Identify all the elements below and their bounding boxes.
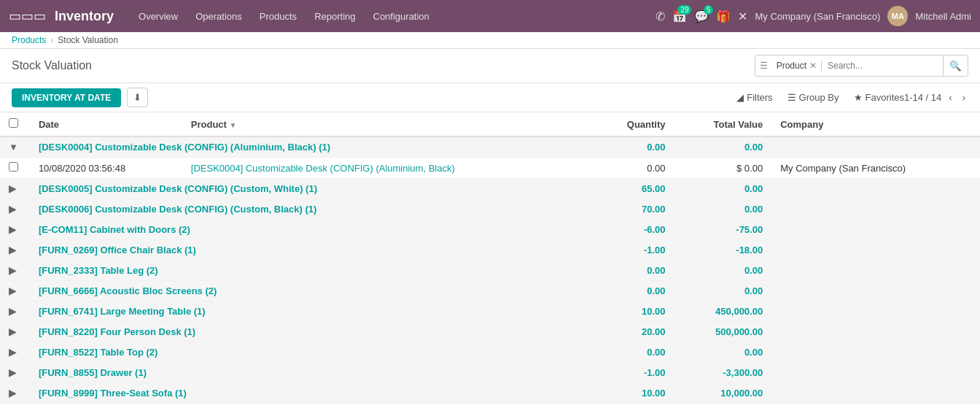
user-name: Mitchell Admi	[915, 11, 971, 22]
expand-icon[interactable]: ▶	[9, 285, 16, 296]
group-expand-cell[interactable]: ▶	[0, 363, 30, 383]
table-row: ▶ [FURN_8220] Four Person Desk (1) 20.00…	[0, 322, 980, 342]
table-row: ▶ [FURN_8999] Three-Seat Sofa (1) 10.00 …	[0, 383, 980, 404]
close-icon[interactable]: ✕	[738, 9, 747, 23]
group-total-value: 0.00	[674, 179, 772, 199]
group-label[interactable]: [FURN_0269] Office Chair Black (1)	[30, 240, 593, 261]
filters-button[interactable]: ◢ Filters	[736, 92, 772, 103]
expand-icon[interactable]: ▶	[9, 388, 16, 399]
group-total-value: 0.00	[674, 137, 772, 158]
group-expand-cell[interactable]: ▶	[0, 281, 30, 301]
search-tag: Product ✕	[772, 61, 822, 71]
group-label[interactable]: [E-COM11] Cabinet with Doors (2)	[30, 220, 593, 240]
chat-icon[interactable]: 💬 5	[694, 9, 709, 23]
company-name[interactable]: My Company (San Francisco)	[755, 11, 880, 22]
table-row: ▶ [FURN_6741] Large Meeting Table (1) 10…	[0, 301, 980, 322]
group-label[interactable]: [DESK0005] Customizable Desk (CONFIG) (C…	[30, 179, 593, 199]
group-label[interactable]: [FURN_8522] Table Top (2)	[30, 342, 593, 363]
group-company	[771, 363, 980, 383]
favorites-label: Favorites	[866, 92, 904, 103]
group-expand-cell[interactable]: ▶	[0, 199, 30, 220]
nav-operations[interactable]: Operations	[188, 8, 249, 25]
expand-icon[interactable]: ▶	[9, 245, 16, 255]
download-button[interactable]: ⬇	[127, 88, 148, 107]
group-expand-cell[interactable]: ▶	[0, 383, 30, 404]
nav-overview[interactable]: Overview	[131, 8, 185, 25]
table-row: ▶ [FURN_0269] Office Chair Black (1) -1.…	[0, 240, 980, 261]
group-label[interactable]: [DESK0004] Customizable Desk (CONFIG) (A…	[30, 137, 593, 158]
header-quantity: Quantity	[593, 112, 674, 137]
group-expand-cell[interactable]: ▶	[0, 301, 30, 322]
group-expand-cell[interactable]: ▶	[0, 261, 30, 281]
expand-icon[interactable]: ▶	[9, 204, 16, 215]
group-expand-cell[interactable]: ▶	[0, 220, 30, 240]
group-company	[771, 137, 980, 158]
search-go-button[interactable]: 🔍	[943, 55, 968, 76]
expand-icon[interactable]: ▶	[9, 306, 16, 317]
group-quantity: 70.00	[593, 199, 674, 220]
group-total-value: -75.00	[674, 220, 772, 240]
group-company	[771, 220, 980, 240]
group-total-value: -3,300.00	[674, 363, 772, 383]
pagination-count: 1-14 / 14	[904, 92, 941, 103]
group-label[interactable]: [FURN_6666] Acoustic Bloc Screens (2)	[30, 281, 593, 301]
nav-configuration[interactable]: Configuration	[366, 8, 437, 25]
phone-icon[interactable]: ✆	[656, 9, 665, 23]
apps-icon[interactable]: ▭▭▭	[9, 8, 46, 24]
group-total-value: 0.00	[674, 261, 772, 281]
group-expand-cell[interactable]: ▼	[0, 137, 30, 158]
search-tag-close[interactable]: ✕	[809, 61, 817, 71]
avatar[interactable]: MA	[887, 6, 908, 26]
group-company	[771, 199, 980, 220]
calendar-icon[interactable]: 📅 29	[672, 9, 687, 23]
nav-products[interactable]: Products	[252, 8, 304, 25]
expand-icon[interactable]: ▶	[9, 224, 16, 235]
gift-icon[interactable]: 🎁	[716, 9, 731, 23]
group-expand-cell[interactable]: ▶	[0, 240, 30, 261]
row-product[interactable]: [DESK0004] Customizable Desk (CONFIG) (A…	[182, 158, 593, 179]
group-label[interactable]: [FURN_6741] Large Meeting Table (1)	[30, 301, 593, 322]
expand-icon[interactable]: ▶	[9, 367, 16, 378]
top-nav: ▭▭▭ Inventory Overview Operations Produc…	[0, 0, 980, 32]
expand-icon[interactable]: ▶	[9, 265, 16, 276]
group-label[interactable]: [FURN_2333] Table Leg (2)	[30, 261, 593, 281]
group-expand-cell[interactable]: ▶	[0, 179, 30, 199]
table-row: ▶ [DESK0006] Customizable Desk (CONFIG) …	[0, 199, 980, 220]
group-label[interactable]: [FURN_8220] Four Person Desk (1)	[30, 322, 593, 342]
table-row: ▶ [FURN_6666] Acoustic Bloc Screens (2) …	[0, 281, 980, 301]
group-quantity: -1.00	[593, 363, 674, 383]
group-expand-cell[interactable]: ▶	[0, 342, 30, 363]
header-product[interactable]: Product ▼	[182, 112, 593, 137]
group-label[interactable]: [FURN_8855] Drawer (1)	[30, 363, 593, 383]
filters-label: Filters	[747, 92, 772, 103]
expand-icon[interactable]: ▼	[9, 142, 18, 153]
breadcrumb-parent[interactable]: Products	[12, 35, 46, 45]
expand-icon[interactable]: ▶	[9, 183, 16, 194]
pagination: 1-14 / 14 ‹ ›	[904, 91, 968, 104]
expand-icon[interactable]: ▶	[9, 347, 16, 358]
row-checkbox-cell[interactable]	[0, 158, 30, 179]
group-company	[771, 383, 980, 404]
table-container: Date Product ▼ Quantity Total Value Comp…	[0, 112, 980, 404]
sub-header-left: Stock Valuation	[12, 59, 92, 72]
search-input[interactable]	[822, 61, 943, 71]
group-total-value: 0.00	[674, 281, 772, 301]
group-company	[771, 179, 980, 199]
breadcrumb: Products › Stock Valuation	[0, 32, 980, 49]
group-label[interactable]: [DESK0006] Customizable Desk (CONFIG) (C…	[30, 199, 593, 220]
group-expand-cell[interactable]: ▶	[0, 322, 30, 342]
group-by-button[interactable]: ☰ Group By	[788, 92, 839, 103]
row-total-value: $ 0.00	[674, 158, 772, 179]
group-company	[771, 301, 980, 322]
pagination-next[interactable]: ›	[960, 91, 968, 104]
group-label[interactable]: [FURN_8999] Three-Seat Sofa (1)	[30, 383, 593, 404]
expand-icon[interactable]: ▶	[9, 326, 16, 337]
nav-reporting[interactable]: Reporting	[307, 8, 362, 25]
product-sort-icon: ▼	[230, 121, 237, 129]
row-checkbox[interactable]	[9, 162, 18, 172]
group-quantity: 0.00	[593, 261, 674, 281]
select-all-checkbox[interactable]	[9, 118, 18, 128]
inventory-at-date-button[interactable]: INVENTORY AT DATE	[12, 88, 121, 107]
favorites-button[interactable]: ★ Favorites	[854, 92, 904, 103]
pagination-prev[interactable]: ‹	[946, 91, 954, 104]
